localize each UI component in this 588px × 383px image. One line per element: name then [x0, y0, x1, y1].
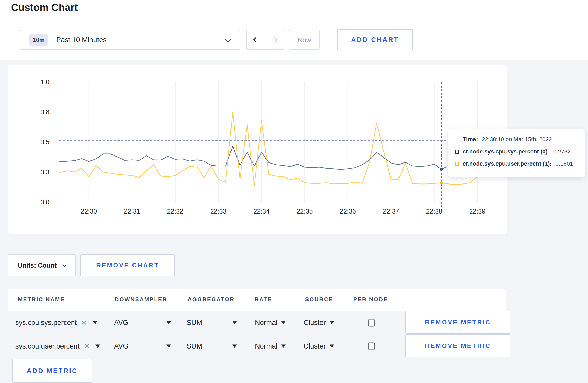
metric-dropdown-icon[interactable]	[95, 344, 100, 348]
hover-point-dot	[440, 181, 443, 184]
remove-metric-button[interactable]: REMOVE METRIC	[405, 311, 510, 334]
tooltip-series-name: cr.node.sys.cpu.sys.percent (0):	[463, 148, 549, 155]
x-axis-tick-label: 22:35	[297, 208, 313, 215]
x-axis-tick-label: 22:38	[426, 208, 442, 215]
col-header-rate: RATE	[255, 296, 272, 302]
metrics-table-header: METRIC NAME DOWNSAMPLER AGGREGATOR RATE …	[8, 289, 506, 311]
metric-row: sys.cpu.sys.percent ✕ AVG SUM Normal Clu…	[8, 311, 506, 334]
remove-metric-button[interactable]: REMOVE METRIC	[405, 334, 510, 357]
aggregator-select[interactable]: SUM	[187, 342, 202, 350]
metric-name-cell[interactable]: sys.cpu.user.percent ✕	[15, 342, 100, 350]
x-axis-tick-label: 22:34	[253, 208, 270, 215]
toolbar-divider	[8, 30, 8, 50]
series-swatch-user-icon	[455, 162, 459, 166]
col-header-per-node: PER NODE	[353, 296, 388, 302]
downsampler-select[interactable]: AVG	[114, 318, 128, 327]
series-line	[59, 112, 487, 186]
col-header-downsampler: DOWNSAMPLER	[115, 296, 167, 302]
series-line	[59, 146, 449, 169]
tooltip-time-value: 22:38:10 on Mar 15th, 2022	[482, 136, 552, 143]
downsampler-dropdown-icon[interactable]	[166, 344, 171, 348]
x-axis-tick-label: 22:37	[383, 208, 399, 215]
x-axis-tick-label: 22:39	[469, 208, 486, 215]
y-axis-tick-label: 0.3	[40, 168, 50, 176]
chart-hover-tooltip: Time: 22:38:10 on Mar 15th, 2022 cr.node…	[447, 129, 585, 177]
x-axis-tick-label: 22:36	[340, 208, 356, 215]
chevron-right-icon	[272, 37, 278, 43]
chevron-left-icon	[253, 37, 259, 43]
remove-chart-button[interactable]: REMOVE CHART	[80, 254, 175, 276]
metric-dropdown-icon[interactable]	[93, 321, 97, 324]
y-axis-tick-label: 0.0	[40, 198, 50, 206]
source-select[interactable]: Cluster	[304, 318, 334, 327]
cpu-usage-chart-canvas[interactable]: 0.00.30.50.81.022:3022:3122:3222:3322:34…	[8, 65, 508, 235]
now-button[interactable]: Now	[289, 30, 320, 50]
hover-point-dot	[440, 168, 443, 171]
metric-name: sys.cpu.user.percent	[15, 342, 80, 350]
x-axis-tick-label: 22:32	[167, 208, 183, 215]
tooltip-series-value: 0.1601	[556, 160, 573, 167]
col-header-source: SOURCE	[305, 296, 333, 302]
prev-time-button[interactable]	[247, 30, 265, 49]
next-time-button[interactable]	[265, 30, 284, 49]
x-axis-tick-label: 22:31	[124, 208, 140, 215]
y-axis-tick-label: 0.8	[40, 108, 50, 116]
metric-name-cell[interactable]: sys.cpu.sys.percent ✕	[15, 318, 97, 327]
x-axis-tick-label: 22:30	[81, 208, 97, 215]
tooltip-time-label: Time:	[463, 136, 478, 143]
y-axis-tick-label: 0.5	[40, 138, 50, 146]
time-window-badge: 10m	[29, 34, 48, 46]
time-shift-group	[246, 30, 284, 50]
per-node-checkbox[interactable]	[368, 342, 375, 350]
units-label: Units: Count	[18, 262, 57, 269]
downsampler-select[interactable]: AVG	[114, 342, 128, 350]
units-dropdown[interactable]: Units: Count	[8, 254, 76, 276]
metric-name: sys.cpu.sys.percent	[15, 318, 77, 327]
rate-select[interactable]: Normal	[255, 342, 286, 350]
rate-select[interactable]: Normal	[255, 318, 286, 327]
add-metric-button[interactable]: ADD METRIC	[12, 359, 92, 383]
clear-metric-icon[interactable]: ✕	[81, 318, 87, 327]
chevron-down-icon	[225, 36, 231, 42]
source-select[interactable]: Cluster	[304, 342, 334, 350]
series-swatch-sys-icon	[455, 150, 459, 154]
page-title: Custom Chart	[11, 2, 78, 13]
time-window-label: Past 10 Minutes	[56, 36, 107, 44]
col-header-metric-name: METRIC NAME	[18, 296, 65, 302]
downsampler-dropdown-icon[interactable]	[166, 321, 171, 324]
y-axis-tick-label: 1.0	[40, 78, 50, 86]
clear-metric-icon[interactable]: ✕	[84, 342, 90, 350]
aggregator-dropdown-icon[interactable]	[232, 344, 237, 348]
col-header-aggregator: AGGREGATOR	[188, 296, 235, 302]
x-axis-tick-label: 22:33	[210, 208, 227, 215]
time-range-dropdown[interactable]: 10m Past 10 Minutes	[20, 30, 240, 50]
add-chart-button[interactable]: ADD CHART	[337, 29, 413, 50]
tooltip-series-name: cr.node.sys.cpu.user.percent (1):	[463, 160, 552, 167]
per-node-checkbox[interactable]	[368, 319, 375, 326]
aggregator-dropdown-icon[interactable]	[232, 321, 237, 324]
tooltip-series-value: 0.2732	[553, 148, 571, 155]
aggregator-select[interactable]: SUM	[187, 318, 202, 327]
chevron-down-icon	[62, 263, 67, 267]
chart-card: 0.00.30.50.81.022:3022:3122:3222:3322:34…	[8, 65, 507, 234]
metric-row: sys.cpu.user.percent ✕ AVG SUM Normal Cl…	[8, 334, 506, 358]
